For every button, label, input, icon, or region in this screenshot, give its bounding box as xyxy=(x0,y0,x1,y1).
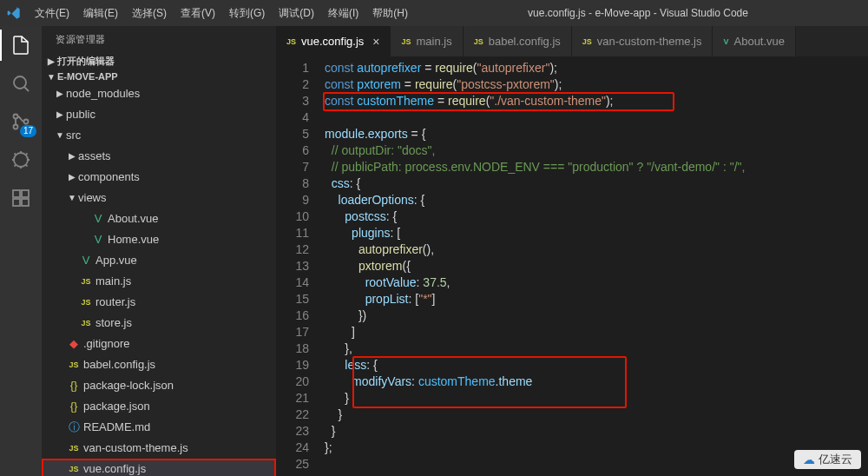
sidebar: 资源管理器 ▶打开的编辑器 ▼E-MOVE-APP ▶node_modules … xyxy=(42,26,276,476)
tab-label: main.js xyxy=(416,35,451,48)
js-icon: JS xyxy=(66,356,82,374)
watermark: ☁ 亿速云 xyxy=(794,450,861,469)
vue-icon: V xyxy=(723,37,728,46)
menu-file[interactable]: 文件(E) xyxy=(28,6,76,21)
tree-home-vue[interactable]: VHome.vue xyxy=(42,229,276,250)
explorer-icon[interactable] xyxy=(9,33,33,57)
tree-assets[interactable]: ▶assets xyxy=(42,146,276,167)
open-editors-label: 打开的编辑器 xyxy=(57,55,115,68)
svg-rect-6 xyxy=(13,199,20,206)
js-icon: JS xyxy=(401,37,411,46)
code-content[interactable]: const autoprefixer = require("autoprefix… xyxy=(325,60,868,476)
tab-label: About.vue xyxy=(734,35,786,48)
extensions-icon[interactable] xyxy=(9,186,33,210)
json-icon: {} xyxy=(66,377,82,394)
svg-rect-5 xyxy=(13,190,20,197)
sidebar-title: 资源管理器 xyxy=(42,26,276,53)
svg-point-1 xyxy=(14,115,18,119)
menu-selection[interactable]: 选择(S) xyxy=(125,6,174,21)
menu-debug[interactable]: 调试(D) xyxy=(272,6,321,21)
close-icon[interactable]: × xyxy=(372,35,379,49)
menu-edit[interactable]: 编辑(E) xyxy=(76,6,125,21)
scm-badge: 17 xyxy=(20,125,36,137)
svg-rect-8 xyxy=(22,190,29,197)
tab-vue-config[interactable]: JSvue.config.js× xyxy=(276,26,391,56)
info-icon: ⓘ xyxy=(66,419,82,436)
svg-point-0 xyxy=(14,76,26,89)
js-icon: JS xyxy=(474,37,483,46)
line-gutter: 12345 678910 1112131415 1617181920 21222… xyxy=(276,60,325,476)
activity-bar: 17 xyxy=(0,26,42,476)
git-icon: ◆ xyxy=(66,335,82,353)
tree-app-vue[interactable]: VApp.vue xyxy=(42,250,276,271)
menu-view[interactable]: 查看(V) xyxy=(174,6,222,21)
svg-point-4 xyxy=(14,153,28,167)
tree-public[interactable]: ▶public xyxy=(42,104,276,125)
tree-views[interactable]: ▼views xyxy=(42,188,276,208)
js-icon: JS xyxy=(66,440,82,457)
explorer-section: ▶打开的编辑器 ▼E-MOVE-APP ▶node_modules ▶publi… xyxy=(42,53,276,476)
tree-van-theme[interactable]: JSvan-custom-theme.js xyxy=(42,438,276,459)
tree-babel[interactable]: JSbabel.config.js xyxy=(42,354,276,375)
search-icon[interactable] xyxy=(9,71,33,96)
tree-gitignore[interactable]: ◆.gitignore xyxy=(42,334,276,354)
debug-icon[interactable] xyxy=(9,148,33,172)
svg-rect-7 xyxy=(22,199,29,206)
watermark-text: 亿速云 xyxy=(819,452,852,467)
menu-bar: 文件(E) 编辑(E) 选择(S) 查看(V) 转到(G) 调试(D) 终端(I… xyxy=(0,0,868,26)
menu-terminal[interactable]: 终端(I) xyxy=(321,6,365,21)
tree-router-js[interactable]: JSrouter.js xyxy=(42,292,276,313)
tab-label: babel.config.js xyxy=(489,35,561,48)
tab-babel[interactable]: JSbabel.config.js xyxy=(464,26,572,56)
cloud-icon: ☁ xyxy=(803,453,815,466)
vscode-logo-icon xyxy=(7,6,21,20)
tab-label: van-custom-theme.js xyxy=(597,35,702,48)
tree-pkg[interactable]: {}package.json xyxy=(42,396,276,417)
js-icon: JS xyxy=(66,460,82,476)
js-icon: JS xyxy=(286,37,296,46)
tree-main-js[interactable]: JSmain.js xyxy=(42,271,276,292)
window-title: vue.config.js - e-Move-app - Visual Stud… xyxy=(415,7,861,19)
svg-point-3 xyxy=(24,120,29,124)
editor-tabs: JSvue.config.js× JSmain.js JSbabel.confi… xyxy=(276,26,868,56)
js-icon: JS xyxy=(78,314,94,332)
project-label: E-MOVE-APP xyxy=(57,71,118,82)
tab-label: vue.config.js xyxy=(301,35,364,48)
open-editors-header[interactable]: ▶打开的编辑器 xyxy=(42,53,276,69)
svg-point-2 xyxy=(14,125,18,129)
tab-main-js[interactable]: JSmain.js xyxy=(391,26,463,56)
menu-go[interactable]: 转到(G) xyxy=(222,6,272,21)
tab-van-theme[interactable]: JSvan-custom-theme.js xyxy=(572,26,713,56)
js-icon: JS xyxy=(582,37,592,46)
tree-readme[interactable]: ⓘREADME.md xyxy=(42,417,276,438)
js-icon: JS xyxy=(78,294,94,311)
tree-components[interactable]: ▶components xyxy=(42,167,276,188)
tree-node-modules[interactable]: ▶node_modules xyxy=(42,83,276,104)
vue-icon: V xyxy=(90,210,106,228)
tree-store-js[interactable]: JSstore.js xyxy=(42,313,276,334)
tree-pkg-lock[interactable]: {}package-lock.json xyxy=(42,375,276,396)
file-tree: ▶node_modules ▶public ▼src ▶assets ▶comp… xyxy=(42,83,276,476)
menu-help[interactable]: 帮助(H) xyxy=(365,6,415,21)
main-area: 17 资源管理器 ▶打开的编辑器 ▼E-MOVE-APP ▶node_modul… xyxy=(0,26,868,476)
vue-icon: V xyxy=(78,252,94,269)
code-editor[interactable]: 12345 678910 1112131415 1617181920 21222… xyxy=(276,56,868,476)
tree-vue-config[interactable]: JSvue.config.js xyxy=(42,459,276,476)
tree-src[interactable]: ▼src xyxy=(42,125,276,146)
menu-items: 文件(E) 编辑(E) 选择(S) 查看(V) 转到(G) 调试(D) 终端(I… xyxy=(28,6,415,21)
tree-about-vue[interactable]: VAbout.vue xyxy=(42,208,276,229)
editor-area: JSvue.config.js× JSmain.js JSbabel.confi… xyxy=(276,26,868,476)
project-header[interactable]: ▼E-MOVE-APP xyxy=(42,69,276,83)
js-icon: JS xyxy=(78,273,94,290)
source-control-icon[interactable]: 17 xyxy=(9,109,33,134)
json-icon: {} xyxy=(66,398,82,415)
vue-icon: V xyxy=(90,231,106,248)
tab-about-vue[interactable]: VAbout.vue xyxy=(713,26,796,56)
